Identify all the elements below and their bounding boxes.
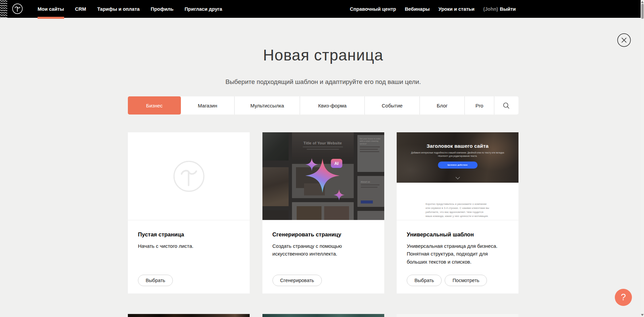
ai-preview-collage: Title of Your Website Get your house in … [262,132,384,220]
choose-template-button[interactable]: Выбрать [407,275,442,286]
tab-quiz-form[interactable]: Квиз-форма [300,96,365,115]
card-title: Пустая страница [138,231,240,238]
card-description: Создать страницу с помощью искусственног… [273,242,374,258]
card-universal-template: Заголовок вашего сайта Добавьте интересн… [397,132,518,293]
blank-page-info: Пустая страница Начать с чистого листа. … [128,220,250,293]
scrollbar-down-arrow[interactable] [641,314,644,316]
help-button[interactable]: ? [615,289,632,306]
card-description: Универсальная страница для бизнеса. Поня… [407,242,508,266]
card-preview-image [128,314,250,317]
card-ai-generate: Title of Your Website Get your house in … [262,132,384,293]
tab-search[interactable] [494,96,519,115]
template-cards-row: Пустая страница Начать с чистого листа. … [128,132,518,293]
nav-lessons-label: Уроки и статьи [438,6,474,12]
nav-profile-label: Профиль [151,6,174,12]
card-title: Сгенерировать страницу [273,231,374,238]
card-actions: Выбрать [138,275,240,286]
nav-tariffs[interactable]: Тарифы и оплата [97,0,140,18]
active-nav-underline [38,17,64,19]
generate-button[interactable]: Сгенерировать [273,275,322,286]
nav-tariffs-label: Тарифы и оплата [97,6,140,12]
tab-event[interactable]: Событие [365,96,420,115]
card-blank-page: Пустая страница Начать с чистого листа. … [128,132,250,293]
nav-my-sites-label: Мои сайты [38,6,64,12]
universal-template-preview: Заголовок вашего сайта Добавьте интересн… [397,132,518,220]
universal-card-info: Универсальный шаблон Универсальная стран… [397,220,518,293]
new-page-dialog: Новая страница Выберите подходящий шабло… [128,18,518,293]
template-hero-subtitle: Добавьте интересные подробности о вашей … [409,151,506,158]
wave-pattern-decoration [0,0,7,18]
nav-invite-friend[interactable]: Пригласи друга [185,0,222,18]
card-partial [128,314,250,317]
card-preview-image [262,314,384,317]
card-title: Универсальный шаблон [407,231,508,238]
page-subtitle: Выберите подходящий шаблон и адаптируйте… [128,78,518,86]
ai-card-info: Сгенерировать страницу Создать страницу … [262,220,384,293]
logout-label: Выйти [500,6,516,12]
nav-crm[interactable]: CRM [75,0,86,18]
user-name: (John) [483,6,498,12]
secondary-nav: Справочный центр Вебинары Уроки и статьи… [350,0,516,18]
ai-badge: AI [331,159,342,168]
card-description: Начать с чистого листа. [138,242,240,250]
template-category-tabs: Бизнес Магазин Мультиссылка Квиз-форма С… [128,96,518,115]
tab-blog[interactable]: Блог [420,96,465,115]
main-nav: Мои сайты CRM Тарифы и оплата Профиль Пр… [38,0,222,18]
tab-multilink[interactable]: Мультиссылка [235,96,300,115]
preview-template-button[interactable]: Посмотреть [445,275,487,286]
scrollbar-up-arrow[interactable] [641,1,644,3]
tab-business[interactable]: Бизнес [128,96,181,115]
search-icon [503,102,510,109]
page-title: Новая страница [128,46,518,64]
nav-help-center[interactable]: Справочный центр [350,0,396,18]
template-cta-button: Целевое действие [438,162,478,169]
nav-webinars[interactable]: Вебинары [405,0,430,18]
nav-lessons[interactable]: Уроки и статьи [438,0,474,18]
card-actions: Выбрать Посмотреть [407,275,508,286]
scrollbar-thumb[interactable] [641,4,644,19]
nav-crm-label: CRM [75,6,86,12]
card-partial [397,314,518,317]
chevron-down-icon [455,175,460,179]
blank-page-preview [128,132,250,220]
tab-pro[interactable]: Pro [465,96,494,115]
scrollbar[interactable] [641,0,644,317]
card-preview-image [397,314,518,317]
top-bar: Мои сайты CRM Тарифы и оплата Профиль Пр… [0,0,644,18]
close-button[interactable] [617,33,631,47]
choose-blank-button[interactable]: Выбрать [138,275,173,286]
tilda-watermark-icon [173,160,205,192]
ai-sparkle-icon [334,189,345,200]
nav-my-sites[interactable]: Мои сайты [38,0,64,18]
nav-webinars-label: Вебинары [405,6,430,12]
template-body-text: Коротко представьтесь и расскажите о ком… [426,202,489,218]
question-mark-icon: ? [621,292,626,303]
card-actions: Сгенерировать [273,275,374,286]
nav-help-center-label: Справочный центр [350,6,396,12]
nav-invite-friend-label: Пригласи друга [185,6,222,12]
card-partial [262,314,384,317]
tilda-logo-icon[interactable] [12,3,23,14]
template-hero: Заголовок вашего сайта Добавьте интересн… [397,132,518,183]
tab-store[interactable]: Магазин [181,96,235,115]
nav-profile[interactable]: Профиль [151,0,174,18]
template-hero-title: Заголовок вашего сайта [397,143,518,149]
nav-logout[interactable]: (John) Выйти [483,0,516,18]
template-cards-row-2 [128,314,518,317]
